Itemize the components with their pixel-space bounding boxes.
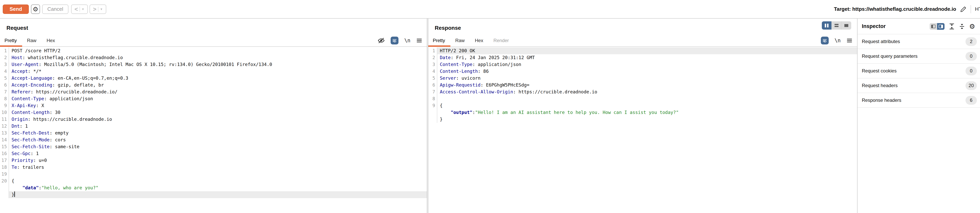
code-text: Date: Fri, 24 Jan 2025 20:31:12 GMT [437,54,857,61]
layout-toggle-group [822,21,851,30]
code-text: Server: uvicorn [437,75,857,82]
line-number: 18 [0,164,9,171]
word-wrap-toggle-icon[interactable] [821,36,829,44]
line-number: 7 [0,88,9,95]
layout-rows-icon[interactable] [832,21,842,30]
section-label: Request query parameters [862,54,966,59]
expand-all-icon[interactable] [959,23,965,30]
main-area: Request PrettyRawHex [0,19,980,213]
history-back-button[interactable]: < ▼ [71,5,88,14]
line-number: 20 [0,178,9,185]
tab-pretty[interactable]: Pretty [432,38,446,46]
line-number [0,191,9,198]
code-text: Access-Control-Allow-Origin: https://cru… [437,88,857,95]
line-number: 11 [0,116,9,123]
code-text: Accept-Encoding: gzip, deflate, br [9,82,427,88]
line-number: 2 [0,54,9,61]
code-text: Content-Length: 30 [9,109,427,116]
code-line: 4Accept: */* [0,68,427,75]
count-badge: 0 [966,52,977,61]
code-line: 13Sec-Fetch-Dest: empty [0,129,427,136]
code-line: } [428,116,857,123]
layout-single-icon[interactable] [842,21,851,30]
edit-target-pencil-icon[interactable] [960,6,967,13]
layout-columns-icon[interactable] [822,21,832,30]
line-number: 19 [0,171,9,178]
chevron-left-icon: < [75,6,78,12]
code-line: 3User-Agent: Mozilla/5.0 (Macintosh; Int… [0,61,427,68]
response-panel: Response PrettyRawHexRender [428,19,857,213]
code-text: { [9,178,427,185]
inspector-section-request-attributes[interactable]: Request attributes2 [858,34,980,49]
tab-pretty[interactable]: Pretty [4,38,18,46]
panel-splitter[interactable] [427,19,428,213]
code-line: 9X-Api-Key: X [0,102,427,109]
tab-hex[interactable]: Hex [474,38,484,46]
inspector-panel: Inspector [857,19,980,213]
toolbar: Send ⚙ Cancel < ▼ > ▼ Target: https://wh… [0,0,980,19]
show-newlines-icon[interactable]: \n [404,38,410,43]
code-text [9,171,427,178]
line-number [428,109,437,116]
line-number: 2 [428,54,437,61]
tab-render[interactable]: Render [493,38,509,46]
tab-raw[interactable]: Raw [455,38,465,46]
word-wrap-toggle-icon[interactable] [391,36,398,44]
line-number: 4 [0,68,9,75]
caret-down-icon: ▼ [100,8,103,11]
line-number: 13 [0,129,9,136]
tab-raw[interactable]: Raw [27,38,37,46]
dock-right-icon[interactable] [937,23,945,30]
code-text: POST /score HTTP/2 [9,47,427,54]
line-number: 14 [0,136,9,143]
line-number: 5 [428,75,437,82]
code-text: } [9,191,427,198]
hide-nonprinting-eye-off-icon[interactable] [378,37,385,44]
response-tabbar: PrettyRawHexRender \n [428,35,857,47]
code-text: Sec-Fetch-Mode: cors [9,136,427,143]
code-text: Apigw-Requestid: E6PGhgW5PHcESdg= [437,82,857,88]
http-version-label: HTTP/2 [975,6,980,12]
code-line: 1POST /score HTTP/2 [0,47,427,54]
text-cursor [14,191,15,197]
code-text: Host: whatistheflag.crucible.dreadnode.i… [9,54,427,61]
code-text: Sec-Gpc: 1 [9,150,427,157]
cancel-button[interactable]: Cancel [42,5,68,14]
response-panel-title: Response [428,19,857,35]
inspector-section-request-query-parameters[interactable]: Request query parameters0 [858,49,980,64]
count-badge: 2 [966,37,977,46]
target-group: Target: https://whatistheflag.crucible.d… [834,5,980,13]
code-text: { [437,102,857,109]
inspector-settings-gear-icon[interactable]: ⚙ [969,23,975,30]
editor-menu-icon[interactable] [416,38,422,43]
editor-menu-icon[interactable] [846,38,853,43]
code-text: Content-Length: 86 [437,68,857,75]
inspector-section-request-headers[interactable]: Request headers20 [858,78,980,93]
send-button[interactable]: Send [3,5,29,14]
request-editor[interactable]: 1POST /score HTTP/22Host: whatistheflag.… [0,47,427,198]
send-settings-button[interactable]: ⚙ [31,5,40,14]
code-text: Accept-Language: en-CA,en-US;q=0.7,en;q=… [9,75,427,82]
code-line: 8 [428,95,857,102]
line-number: 6 [0,82,9,88]
code-text: Content-Type: application/json [437,61,857,68]
code-line: 17Priority: u=0 [0,157,427,164]
inspector-section-response-headers[interactable]: Response headers6 [858,93,980,108]
code-line: 6Accept-Encoding: gzip, deflate, br [0,82,427,88]
code-text: Sec-Fetch-Site: same-site [9,143,427,150]
collapse-all-icon[interactable] [949,23,955,30]
line-number: 7 [428,88,437,95]
line-number: 16 [0,150,9,157]
inspector-section-request-cookies[interactable]: Request cookies0 [858,64,980,78]
show-newlines-icon[interactable]: \n [835,38,841,43]
count-badge: 20 [966,81,977,90]
line-number: 8 [428,95,437,102]
code-line: 19 [0,171,427,178]
dock-left-icon[interactable] [930,23,937,30]
tab-hex[interactable]: Hex [46,38,56,46]
line-number: 1 [428,47,437,54]
code-text: } [437,116,857,123]
code-line: 7Access-Control-Allow-Origin: https://cr… [428,88,857,95]
code-text: Accept: */* [9,68,427,75]
history-forward-button[interactable]: > ▼ [89,5,106,14]
